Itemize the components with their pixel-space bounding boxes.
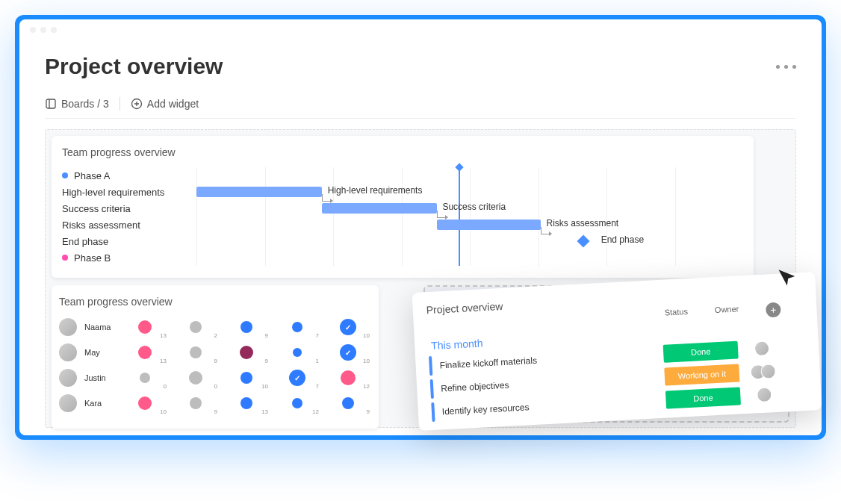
progress-dot-icon bbox=[138, 346, 152, 359]
gantt-chart-area: High-level requirements Success criteria bbox=[196, 167, 743, 266]
cursor-icon bbox=[776, 267, 798, 289]
progress-cell[interactable]: 9 bbox=[173, 393, 219, 414]
progress-cell[interactable]: 12 bbox=[274, 393, 320, 414]
progress-cell[interactable]: 10 bbox=[223, 367, 270, 388]
row-accent-bar bbox=[429, 356, 432, 376]
owner-cell[interactable] bbox=[748, 386, 786, 403]
progress-count: 9 bbox=[214, 358, 217, 364]
progress-dot-icon bbox=[190, 397, 202, 409]
gantt-title: Team progress overview bbox=[62, 146, 743, 158]
progress-dot-icon bbox=[342, 397, 354, 409]
traffic-light-min[interactable] bbox=[40, 27, 46, 33]
add-widget-button[interactable]: Add widget bbox=[131, 98, 199, 110]
add-column-button[interactable]: + bbox=[766, 302, 781, 317]
traffic-light-max[interactable] bbox=[51, 27, 57, 33]
progress-row: Kara10913129 bbox=[59, 393, 371, 414]
progress-cell[interactable]: ✓7 bbox=[274, 367, 320, 388]
gantt-body: Phase A High-level requirements Success … bbox=[62, 167, 743, 266]
toolbar: Boards / 3 Add widget bbox=[45, 97, 796, 119]
progress-dot-icon bbox=[341, 370, 356, 385]
progress-cell[interactable]: 1 bbox=[274, 342, 320, 363]
progress-count: 12 bbox=[363, 383, 370, 390]
progress-dot-icon bbox=[190, 321, 202, 333]
progress-dot-icon bbox=[140, 373, 150, 383]
progress-dot-icon bbox=[138, 320, 152, 334]
progress-row: Naama13297✓10 bbox=[59, 317, 371, 337]
check-icon: ✓ bbox=[345, 323, 351, 332]
progress-dot-icon bbox=[240, 346, 253, 359]
milestone-icon bbox=[577, 235, 590, 248]
owner-cell[interactable] bbox=[746, 363, 784, 380]
progress-cell[interactable]: 2 bbox=[173, 317, 219, 337]
progress-cell[interactable]: 13 bbox=[122, 317, 168, 337]
progress-cell[interactable]: 0 bbox=[173, 367, 219, 388]
progress-cell[interactable]: 9 bbox=[325, 393, 371, 414]
progress-count: 7 bbox=[316, 332, 319, 339]
phase-dot-icon bbox=[62, 255, 68, 261]
progress-cell[interactable]: ✓10 bbox=[325, 317, 371, 337]
gantt-label-row: High-level requirements bbox=[62, 184, 196, 200]
boards-filter[interactable]: Boards / 3 bbox=[45, 98, 109, 110]
add-widget-label: Add widget bbox=[147, 98, 199, 110]
progress-cell[interactable]: 9 bbox=[223, 317, 270, 337]
progress-cell[interactable]: 0 bbox=[122, 367, 168, 388]
gantt-label-row: Success criteria bbox=[62, 200, 196, 217]
progress-title: Team progress overview bbox=[59, 296, 371, 308]
progress-count: 10 bbox=[160, 408, 167, 415]
toolbar-divider bbox=[120, 97, 120, 111]
progress-dot-icon bbox=[240, 321, 252, 333]
avatar bbox=[59, 318, 77, 336]
progress-count: 9 bbox=[214, 408, 217, 415]
progress-dot-icon bbox=[292, 322, 302, 332]
boards-label: Boards / 3 bbox=[61, 98, 109, 110]
member-name: Naama bbox=[84, 323, 114, 332]
traffic-light-close[interactable] bbox=[30, 27, 36, 33]
progress-cell[interactable]: 10 bbox=[122, 393, 168, 414]
avatar bbox=[757, 387, 772, 402]
page-header: Project overview bbox=[45, 54, 796, 79]
gantt-bar-row: High-level requirements bbox=[196, 184, 743, 200]
gantt-phase-b: Phase B bbox=[62, 249, 196, 266]
owner-cell[interactable] bbox=[745, 340, 783, 357]
progress-dot-icon bbox=[138, 396, 152, 410]
task-name: Refine objectives bbox=[441, 372, 657, 393]
status-badge[interactable]: Done bbox=[663, 341, 739, 363]
progress-dot-icon bbox=[292, 398, 302, 408]
avatar bbox=[59, 343, 77, 361]
progress-count: 13 bbox=[261, 408, 268, 415]
progress-cell[interactable]: 13 bbox=[122, 342, 168, 363]
gantt-bar-row: End phase bbox=[196, 233, 743, 249]
gantt-phase-a: Phase A bbox=[62, 167, 196, 184]
progress-cell[interactable]: 13 bbox=[223, 393, 270, 414]
progress-cell[interactable]: 9 bbox=[173, 342, 219, 363]
status-badge[interactable]: Done bbox=[665, 387, 741, 408]
progress-row: Justin0010✓712 bbox=[59, 367, 371, 388]
boards-icon bbox=[45, 98, 57, 110]
progress-count: 7 bbox=[316, 383, 319, 390]
progress-dot-icon bbox=[240, 372, 252, 384]
avatar bbox=[59, 369, 77, 387]
progress-dot-icon bbox=[240, 397, 252, 409]
member-name: Kara bbox=[84, 399, 114, 408]
check-icon: ✓ bbox=[345, 349, 351, 357]
progress-count: 1 bbox=[316, 358, 319, 364]
progress-cell[interactable]: 9 bbox=[223, 342, 270, 363]
progress-count: 2 bbox=[214, 332, 217, 339]
progress-cell[interactable]: 7 bbox=[274, 317, 320, 337]
status-badge[interactable]: Working on it bbox=[664, 364, 739, 385]
progress-widget[interactable]: Team progress overview Naama13297✓10May1… bbox=[52, 285, 379, 429]
progress-count: 9 bbox=[367, 408, 370, 415]
avatar bbox=[59, 394, 77, 412]
progress-dot-icon bbox=[190, 346, 202, 358]
progress-count: 0 bbox=[214, 383, 217, 390]
progress-count: 0 bbox=[164, 383, 167, 390]
more-menu-button[interactable] bbox=[776, 65, 796, 69]
plus-circle-icon bbox=[131, 98, 143, 110]
progress-count: 10 bbox=[261, 383, 268, 390]
floating-overview-card[interactable]: Project overview Status Owner + This mon… bbox=[412, 272, 822, 431]
gantt-row-labels: Phase A High-level requirements Success … bbox=[62, 167, 196, 266]
gantt-widget[interactable]: Team progress overview Phase A High-leve… bbox=[52, 136, 754, 278]
progress-row: May13991✓10 bbox=[59, 342, 371, 363]
progress-cell[interactable]: ✓10 bbox=[325, 342, 371, 363]
progress-cell[interactable]: 12 bbox=[325, 367, 371, 388]
